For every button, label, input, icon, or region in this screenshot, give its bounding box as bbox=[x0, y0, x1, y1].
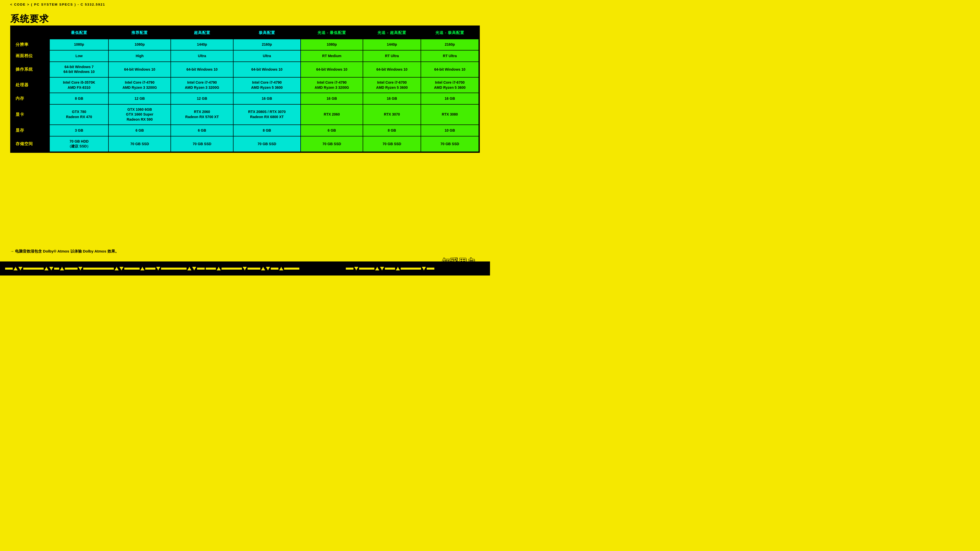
cell-0-5: 1440p bbox=[363, 39, 421, 50]
cell-0-4: 1080p bbox=[301, 39, 363, 50]
cell-5-5: RTX 3070 bbox=[363, 104, 421, 125]
cell-3-6: Intel Core i7-6700 AMD Ryzen 5 3600 bbox=[421, 77, 479, 93]
row-label-5: 显卡 bbox=[11, 104, 49, 125]
cell-2-5: 64-bit Windows 10 bbox=[363, 62, 421, 77]
cell-6-4: 6 GB bbox=[301, 125, 363, 136]
cell-3-0: Intel Core i5-3570K AMD FX-8310 bbox=[49, 77, 108, 93]
bar-seg bbox=[23, 268, 44, 270]
cell-6-6: 10 GB bbox=[421, 125, 479, 136]
row-label-6: 显存 bbox=[11, 125, 49, 136]
cell-0-0: 1080p bbox=[49, 39, 108, 50]
row-label-0: 分辨率 bbox=[11, 39, 49, 50]
footnote-text: → 电脑音效须包含 Dolby® Atmos 以体验 Dolby Atmos 效… bbox=[10, 249, 119, 253]
table-row: 内存8 GB12 GB12 GB16 GB16 GB16 GB16 GB bbox=[11, 93, 479, 104]
bar-seg bbox=[197, 268, 205, 270]
cell-7-1: 70 GB SSD bbox=[108, 136, 171, 152]
notch bbox=[45, 267, 48, 270]
cell-3-2: Intel Core i7-4790 AMD Ryzen 3 3200G bbox=[171, 77, 233, 93]
cell-4-5: 16 GB bbox=[363, 93, 421, 104]
header-row: 最低配置推荐配置超高配置极高配置光追 - 最低配置光追 - 超高配置光追 - 极… bbox=[11, 27, 479, 39]
table-row: 显存3 GB6 GB6 GB8 GB6 GB8 GB10 GB bbox=[11, 125, 479, 136]
cell-7-5: 70 GB SSD bbox=[363, 136, 421, 152]
table-row: 存储空间70 GB HDD （建议 SSD）70 GB SSD70 GB SSD… bbox=[11, 136, 479, 152]
notch bbox=[18, 267, 22, 270]
page-title: 系统要求 bbox=[10, 13, 49, 25]
corner-br bbox=[475, 148, 480, 153]
header-col-5: 光追 - 最低配置 bbox=[301, 27, 363, 39]
bar-seg bbox=[124, 268, 140, 270]
header-col-7: 光追 - 极高配置 bbox=[421, 27, 479, 39]
table-body: 分辨率1080p1080p1440p2160p1080p1440p2160p画面… bbox=[11, 39, 479, 152]
corner-tr bbox=[475, 25, 480, 30]
cell-1-0: Low bbox=[49, 50, 108, 62]
cell-6-0: 3 GB bbox=[49, 125, 108, 136]
cell-4-0: 8 GB bbox=[49, 93, 108, 104]
notch bbox=[60, 267, 64, 270]
table-header: 最低配置推荐配置超高配置极高配置光追 - 最低配置光追 - 超高配置光追 - 极… bbox=[11, 27, 479, 39]
bar-seg bbox=[83, 268, 114, 270]
bar-seg bbox=[427, 268, 434, 270]
table-row: 处理器Intel Core i5-3570K AMD FX-8310Intel … bbox=[11, 77, 479, 93]
notch bbox=[49, 267, 53, 270]
row-label-7: 存储空间 bbox=[11, 136, 49, 152]
row-label-3: 处理器 bbox=[11, 77, 49, 93]
notch bbox=[187, 267, 191, 270]
notch bbox=[375, 267, 379, 270]
cell-1-2: Ultra bbox=[171, 50, 233, 62]
cell-1-4: RT Medium bbox=[301, 50, 363, 62]
header-col-6: 光追 - 超高配置 bbox=[363, 27, 421, 39]
bar-seg bbox=[5, 268, 13, 270]
cell-7-3: 70 GB SSD bbox=[233, 136, 301, 152]
header-col-1: 最低配置 bbox=[49, 27, 108, 39]
bar-seg bbox=[221, 268, 242, 270]
cell-6-1: 6 GB bbox=[108, 125, 171, 136]
header-col-3: 超高配置 bbox=[171, 27, 233, 39]
header-col-4: 极高配置 bbox=[233, 27, 301, 39]
notch bbox=[422, 267, 426, 270]
bar-seg bbox=[385, 268, 395, 270]
notch bbox=[261, 267, 265, 270]
cell-5-6: RTX 3080 bbox=[421, 104, 479, 125]
cell-7-2: 70 GB SSD bbox=[171, 136, 233, 152]
cell-5-0: GTX 780 Radeon RX 470 bbox=[49, 104, 108, 125]
cell-4-3: 16 GB bbox=[233, 93, 301, 104]
cell-7-4: 70 GB SSD bbox=[301, 136, 363, 152]
notch bbox=[14, 267, 18, 270]
notch bbox=[78, 267, 83, 270]
notch bbox=[192, 267, 196, 270]
corner-tl bbox=[10, 25, 15, 30]
row-label-1: 画面档位 bbox=[11, 50, 49, 62]
cell-1-1: High bbox=[108, 50, 171, 62]
cell-4-2: 12 GB bbox=[171, 93, 233, 104]
notch bbox=[354, 267, 358, 270]
bar-seg bbox=[206, 268, 216, 270]
notch bbox=[380, 267, 384, 270]
cell-0-2: 1440p bbox=[171, 39, 233, 50]
cell-2-3: 64-bit Windows 10 bbox=[233, 62, 301, 77]
cell-6-5: 8 GB bbox=[363, 125, 421, 136]
cell-2-6: 64-bit Windows 10 bbox=[421, 62, 479, 77]
cell-2-0: 64-bit Windows 7 64-bit Windows 10 bbox=[49, 62, 108, 77]
notch bbox=[279, 267, 283, 270]
bottom-bar bbox=[0, 262, 490, 275]
bar-seg bbox=[346, 268, 353, 270]
bar-seg bbox=[284, 268, 299, 270]
corner-bl bbox=[10, 148, 15, 153]
bar-seg bbox=[65, 268, 78, 270]
cell-0-1: 1080p bbox=[108, 39, 171, 50]
specs-table-container: 最低配置推荐配置超高配置极高配置光追 - 最低配置光追 - 超高配置光追 - 极… bbox=[10, 25, 480, 153]
table-row: 显卡GTX 780 Radeon RX 470GTX 1060 6GB GTX … bbox=[11, 104, 479, 125]
bottom-decoration-mid bbox=[206, 267, 345, 270]
bottom-decoration-left bbox=[5, 267, 205, 270]
notch bbox=[156, 267, 160, 270]
cell-2-2: 64-bit Windows 10 bbox=[171, 62, 233, 77]
cell-3-4: Intel Core i7-4790 AMD Ryzen 3 3200G bbox=[301, 77, 363, 93]
cell-5-2: RTX 2060 Radeon RX 5700 XT bbox=[171, 104, 233, 125]
bar-seg bbox=[54, 268, 59, 270]
bar-seg bbox=[401, 268, 421, 270]
cell-1-3: Ultra bbox=[233, 50, 301, 62]
cell-4-4: 16 GB bbox=[301, 93, 363, 104]
header-col-2: 推荐配置 bbox=[108, 27, 171, 39]
cell-0-3: 2160p bbox=[233, 39, 301, 50]
cell-6-2: 6 GB bbox=[171, 125, 233, 136]
